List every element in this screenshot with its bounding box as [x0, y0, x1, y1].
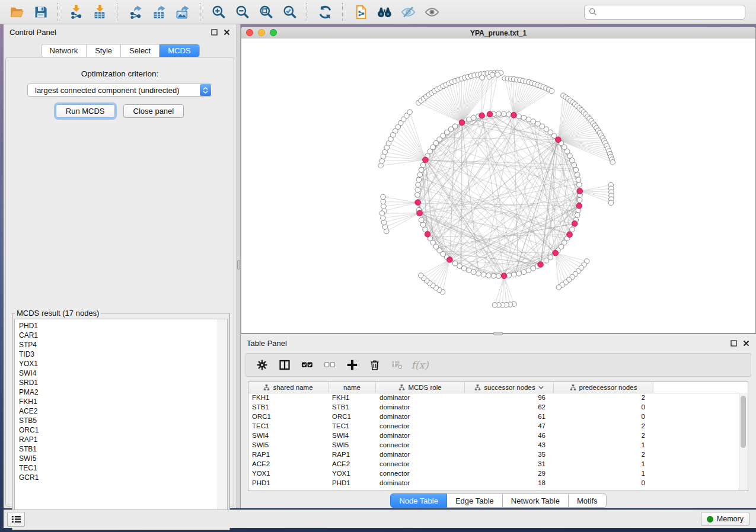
show-all-button[interactable]	[420, 1, 444, 23]
mcds-result-item[interactable]: ORC1	[19, 425, 227, 435]
table-tabs: Node TableEdge TableNetwork TableMotifs	[241, 493, 756, 508]
table-row[interactable]: SWI4SWI4dominator462	[248, 431, 739, 440]
zoom-in-button[interactable]	[206, 1, 230, 23]
column-header-name[interactable]: name	[328, 382, 376, 393]
mcds-result-item[interactable]: PMA2	[19, 387, 227, 397]
zoom-fit-button[interactable]	[254, 1, 277, 23]
table-row[interactable]: SWI5SWI5connector431	[248, 440, 739, 450]
table-scrollbar-thumb[interactable]	[741, 396, 746, 448]
close-panel-icon[interactable]	[223, 28, 231, 36]
cell-MCDS-role: connector	[376, 422, 465, 430]
float-panel-icon[interactable]	[210, 28, 218, 36]
delete-button[interactable]	[365, 355, 385, 374]
mcds-result-item[interactable]: SWI5	[19, 454, 227, 463]
first-neighbors-button[interactable]	[372, 1, 396, 23]
import-table-icon	[92, 4, 108, 20]
window-close-icon[interactable]	[246, 29, 253, 36]
table-row[interactable]: ORC1ORC1dominator610	[248, 412, 739, 421]
table-row[interactable]: PHD1PHD1dominator180	[248, 478, 739, 488]
cell-MCDS-role: connector	[376, 460, 465, 467]
refresh-button[interactable]	[313, 1, 337, 23]
zoom-in-icon	[210, 4, 227, 20]
table-row[interactable]: FKH1FKH1dominator962	[248, 393, 739, 402]
select-all-icon	[301, 359, 313, 371]
cell-successor-nodes: 61	[465, 413, 554, 420]
mcds-result-item[interactable]: CAR1	[19, 331, 227, 340]
table-panel: Table Panel f(x) shared namenameMCDS rol…	[241, 334, 756, 508]
memory-button[interactable]: Memory	[701, 512, 749, 526]
task-history-button[interactable]	[7, 512, 25, 527]
show-columns-button[interactable]	[275, 355, 295, 374]
export-network-button[interactable]	[123, 1, 147, 23]
open-file-button[interactable]	[5, 1, 28, 23]
tab-network[interactable]: Network	[41, 44, 87, 57]
mcds-result-item[interactable]: SRD1	[19, 378, 227, 387]
tab-motifs[interactable]: Motifs	[569, 493, 607, 508]
import-table-button[interactable]	[88, 1, 111, 23]
window-minimize-icon[interactable]	[258, 29, 265, 36]
mcds-result-item[interactable]: YOX1	[19, 359, 227, 368]
network-graph[interactable]	[241, 39, 755, 333]
zoom-out-button[interactable]	[230, 1, 254, 23]
mcds-result-item[interactable]: STB1	[19, 444, 227, 454]
mcds-result-item[interactable]: RAP1	[19, 435, 227, 444]
save-session-button[interactable]	[28, 1, 52, 23]
tab-select[interactable]: Select	[121, 44, 160, 57]
cell-name: SWI4	[328, 432, 376, 439]
add-button[interactable]	[342, 355, 362, 374]
new-network-from-selection-button[interactable]	[349, 1, 372, 23]
export-image-button[interactable]	[171, 1, 194, 23]
import-network-button[interactable]	[64, 1, 88, 23]
save-session-icon	[33, 4, 49, 20]
float-table-panel-icon[interactable]	[730, 339, 738, 347]
tab-network-table[interactable]: Network Table	[503, 493, 569, 508]
horizontal-splitter-grip[interactable]	[493, 332, 503, 335]
run-mcds-button[interactable]: Run MCDS	[56, 104, 115, 118]
table-scrollbar[interactable]	[739, 393, 748, 491]
export-table-button[interactable]	[147, 1, 171, 23]
mcds-result-listbox[interactable]: PHD1CAR1STP4TID3YOX1SWI4SRD1PMA2FKH1ACE2…	[14, 319, 228, 527]
close-panel-button[interactable]: Close panel	[123, 104, 184, 118]
table-row[interactable]: YOX1YOX1connector291	[248, 469, 739, 478]
window-zoom-icon[interactable]	[270, 29, 277, 36]
tab-style[interactable]: Style	[87, 44, 121, 57]
column-header-predecessor-nodes[interactable]: predecessor nodes	[554, 382, 653, 393]
table-settings-button[interactable]	[252, 355, 272, 374]
deselect-all-button[interactable]	[320, 355, 340, 374]
splitter-grip[interactable]	[237, 260, 240, 270]
tab-mcds[interactable]: MCDS	[160, 44, 199, 57]
optimization-criterion-select[interactable]: largest connected component (undirected)	[27, 84, 212, 97]
mcds-result-item[interactable]: STP4	[19, 340, 227, 350]
hide-selected-button[interactable]	[396, 1, 420, 23]
mcds-result-item[interactable]: STB5	[19, 416, 227, 425]
table-row[interactable]: TEC1TEC1connector472	[248, 421, 739, 431]
mcds-result-scrollbar[interactable]	[218, 319, 227, 527]
column-header-shared-name[interactable]: shared name	[248, 382, 328, 393]
mcds-result-item[interactable]: SWI4	[19, 368, 227, 378]
table-row[interactable]: ACE2ACE2connector311	[248, 459, 739, 469]
column-header-successor-nodes[interactable]: successor nodes	[465, 382, 554, 393]
table-row[interactable]: RAP1RAP1dominator352	[248, 450, 739, 459]
mcds-result-item[interactable]: TID3	[19, 350, 227, 359]
tab-edge-table[interactable]: Edge Table	[447, 493, 503, 508]
mcds-result-item[interactable]: ACE2	[19, 406, 227, 416]
network-window-titlebar[interactable]: YPA_prune.txt_1	[241, 27, 755, 39]
network-canvas[interactable]	[241, 39, 755, 333]
search-input[interactable]	[600, 7, 741, 17]
table-row[interactable]: STB1STB1dominator620	[248, 402, 739, 412]
column-header-MCDS-role[interactable]: MCDS role	[376, 382, 465, 393]
cell-successor-nodes: 43	[465, 441, 554, 448]
zoom-selected-button[interactable]	[277, 1, 301, 23]
tab-node-table[interactable]: Node Table	[390, 493, 447, 508]
mcds-result-item[interactable]: FKH1	[19, 397, 227, 406]
select-all-button[interactable]	[297, 355, 317, 374]
mcds-result-item[interactable]: TEC1	[19, 463, 227, 473]
network-window: YPA_prune.txt_1	[241, 27, 756, 334]
search-field[interactable]	[584, 5, 745, 20]
close-table-panel-icon[interactable]	[742, 339, 750, 347]
mcds-result-item[interactable]: GCR1	[19, 473, 227, 482]
cell-shared-name: SWI4	[248, 432, 328, 439]
mcds-result-item[interactable]: PHD1	[19, 321, 227, 331]
main-toolbar	[0, 0, 756, 24]
cell-name: FKH1	[328, 394, 376, 401]
